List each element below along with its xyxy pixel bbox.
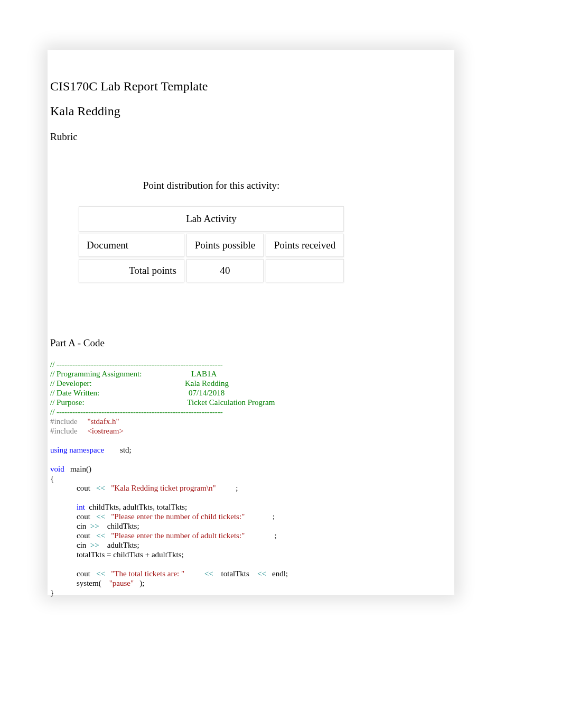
code-comment: 07/14/2018: [189, 389, 225, 397]
code-string: "The total tickets are: ": [111, 569, 184, 578]
code-string: "Kala Redding ticket program\n": [111, 484, 216, 492]
table-col-document: Document: [79, 234, 184, 257]
code-op: <<: [96, 512, 105, 521]
code-include: #include: [50, 417, 78, 426]
code-keyword: int: [77, 503, 85, 511]
code-string: "Please enter the number of child ticket…: [111, 512, 245, 521]
code-block: // -------------------------------------…: [48, 360, 454, 597]
code-include: #include: [50, 427, 78, 435]
code-comment: // -------------------------------------…: [50, 408, 223, 416]
code-op: <<: [204, 569, 213, 578]
code-string: "stdafx.h": [87, 417, 119, 426]
document-page: CIS170C Lab Report Template Kala Redding…: [48, 50, 454, 595]
code-string: "pause": [109, 579, 134, 587]
code-comment: Kala Redding: [185, 379, 229, 388]
table-total-value: 40: [186, 259, 264, 282]
code-keyword: using: [50, 446, 68, 454]
part-a-heading: Part A - Code: [48, 337, 454, 349]
code-text: ;: [275, 531, 277, 540]
code-text: cout: [77, 531, 90, 540]
code-text: std;: [120, 446, 132, 454]
code-text: endl;: [272, 569, 288, 578]
code-text: );: [139, 579, 144, 587]
code-op: <<: [96, 484, 105, 492]
code-include-lib: <iostream>: [87, 427, 124, 435]
table-total-label: Total points: [79, 259, 184, 282]
code-op: <<: [257, 569, 266, 578]
code-text: childTkts, adultTkts, totalTkts;: [89, 503, 187, 511]
content-area: CIS170C Lab Report Template Kala Redding…: [48, 79, 454, 597]
code-text: system(: [77, 579, 101, 587]
code-brace: }: [50, 588, 54, 597]
code-comment: // -------------------------------------…: [50, 360, 223, 368]
code-text: cin: [77, 522, 86, 530]
table-total-received: [266, 259, 344, 282]
code-text: cout: [77, 512, 90, 521]
table-col-points-received: Points received: [266, 234, 344, 257]
table-col-points-possible: Points possible: [186, 234, 264, 257]
code-text: childTkts;: [107, 522, 139, 530]
code-op: >>: [90, 522, 99, 530]
code-op: <<: [96, 569, 105, 578]
code-op: >>: [90, 541, 99, 549]
code-text: totalTkts: [221, 569, 249, 578]
code-comment: // Date Written:: [50, 389, 99, 397]
code-text: cout: [77, 569, 90, 578]
author-name: Kala Redding: [48, 104, 454, 118]
rubric-table: Lab Activity Document Points possible Po…: [77, 204, 346, 284]
code-text: cin: [77, 541, 86, 549]
code-text: ;: [236, 484, 238, 492]
code-comment: // Purpose:: [50, 398, 85, 407]
code-text: totalTkts = childTkts + adultTkts;: [77, 550, 184, 559]
code-brace: {: [50, 474, 54, 483]
code-keyword: namespace: [69, 446, 104, 454]
code-comment: // Programming Assignment:: [50, 370, 142, 378]
code-comment: Ticket Calculation Program: [187, 398, 275, 407]
code-text: adultTkts;: [107, 541, 139, 549]
rubric-heading: Rubric: [48, 131, 454, 143]
code-text: ;: [273, 512, 275, 521]
point-distribution-label: Point distribution for this activity:: [0, 180, 454, 191]
table-header-lab-activity: Lab Activity: [79, 206, 344, 232]
code-op: <<: [96, 531, 105, 540]
code-comment: LAB1A: [191, 370, 217, 378]
code-text: main(): [70, 465, 91, 473]
rubric-table-wrap: Lab Activity Document Points possible Po…: [0, 204, 454, 284]
code-comment: // Developer:: [50, 379, 92, 388]
code-keyword: void: [50, 465, 64, 473]
code-string: "Please enter the number of adult ticket…: [111, 531, 245, 540]
page-title: CIS170C Lab Report Template: [48, 79, 454, 94]
code-text: cout: [77, 484, 90, 492]
